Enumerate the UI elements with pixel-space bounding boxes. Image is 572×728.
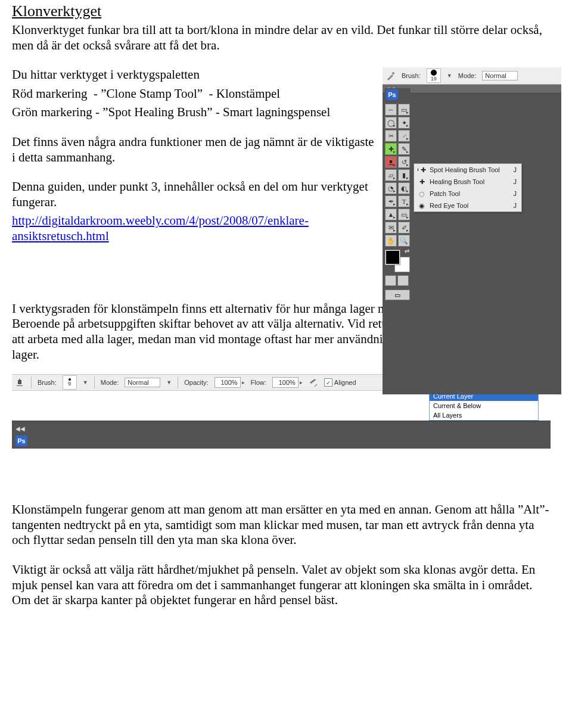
paragraph-alt-key: Klonstämpeln fungerar genom att man geno… [12, 502, 551, 548]
notes-tool-button[interactable]: ✉▸ [385, 222, 397, 234]
swap-colors-icon[interactable]: ⇄ [405, 248, 409, 254]
brush-tool-button[interactable]: ✎▸ [398, 143, 410, 155]
airbrush-icon[interactable] [309, 378, 318, 387]
type-tool-button[interactable]: T▸ [398, 195, 410, 207]
chevron-right-icon[interactable]: ▸ [300, 379, 303, 385]
body-text-3: Grön markering - ”Spot Healing Brush” - … [12, 105, 375, 120]
slice-tool-button[interactable]: ⟋▸ [398, 130, 410, 142]
brush-options-bar: Brush: 19 ▼ Mode: Normal [383, 67, 561, 85]
mode-label: Mode: [458, 72, 477, 79]
flyout-spot-healing[interactable]: ✚Spot Healing Brush Tool J [414, 164, 521, 176]
chevron-down-icon[interactable]: ▼ [166, 379, 172, 385]
healing-tools-flyout: ✚Spot Healing Brush Tool J ✚Healing Brus… [414, 163, 522, 212]
mode-select[interactable]: Normal [482, 71, 518, 80]
shortcut-key: J [514, 202, 517, 209]
guide-link[interactable]: http://digitaldarkroom.weebly.com/4/post… [12, 213, 309, 243]
crop-tool-button[interactable]: ✂ [385, 130, 397, 142]
intro-text: Klonverktyget funkar bra till att ta bor… [12, 23, 551, 53]
page-title: Klonverktyget [12, 2, 551, 20]
panel-header: ◀◀ [12, 421, 551, 435]
aligned-checkbox[interactable]: ✓Aligned [324, 378, 356, 387]
blur-tool-button[interactable]: ◔▸ [385, 182, 397, 194]
spot-healing-icon: ✚ [418, 166, 426, 174]
brush-size-chip[interactable]: 9 [63, 375, 77, 390]
healing-brush-icon: ✚ [418, 178, 426, 186]
shortcut-key: J [514, 190, 517, 197]
paragraph-hardness: Viktigt är också att välja rätt hårdhet/… [12, 562, 551, 608]
clone-stamp-tool-button[interactable]: ▸ [385, 156, 397, 168]
body-text-4: Det finns även några andra funktioner me… [12, 135, 375, 165]
move-tool-button[interactable]: ↔ [385, 104, 397, 116]
chevron-down-icon[interactable]: ▼ [447, 73, 452, 79]
history-brush-tool-button[interactable]: ↺▸ [398, 156, 410, 168]
mode-select[interactable]: Normal [125, 378, 160, 387]
path-select-tool-button[interactable]: ▲▸ [385, 209, 397, 220]
pen-tool-button[interactable]: ✒▸ [385, 195, 397, 207]
brush-label: Brush: [38, 379, 57, 386]
sample-dropdown: Current Layer Current & Below All Layers [429, 391, 539, 421]
svg-point-2 [315, 385, 316, 387]
sample-option-all[interactable]: All Layers [430, 410, 538, 420]
body-text-5: Denna guiden, under punkt 3, innehåller … [12, 179, 375, 210]
mode-label: Mode: [101, 379, 119, 386]
brush-label: Brush: [402, 72, 421, 79]
lasso-tool-button[interactable]: ◯▸ [385, 117, 397, 129]
color-swatches[interactable]: ⇄ [386, 250, 409, 272]
chevron-down-icon[interactable]: ▼ [83, 379, 88, 385]
tool-palette: Ps ↔ ▭▸ ◯▸ ✦▸ ✂ ⟋▸ ✚▸ ✎▸ ▸ ↺▸ ▱▸ ▮▸ ◔ [385, 88, 411, 300]
flyout-red-eye[interactable]: ◉Red Eye Tool J [414, 200, 521, 211]
toolbox-screenshot: Brush: 19 ▼ Mode: Normal ◀◀ Ps ↔ ▭▸ ◯▸ ✦… [383, 67, 561, 394]
healing-brush-icon [386, 71, 396, 80]
photoshop-badge-icon: Ps [386, 89, 398, 100]
svg-point-0 [392, 72, 394, 74]
shortcut-key: J [514, 166, 517, 173]
shortcut-key: J [514, 178, 517, 185]
svg-point-1 [316, 384, 317, 385]
flow-value[interactable]: 100% [272, 377, 299, 388]
wand-tool-button[interactable]: ✦▸ [398, 117, 410, 129]
screen-mode-button[interactable]: ▭ [385, 290, 410, 300]
zoom-tool-button[interactable]: 🔍 [398, 235, 410, 247]
chevron-right-icon[interactable]: ▸ [242, 379, 245, 385]
red-eye-icon: ◉ [418, 201, 426, 210]
opacity-label: Opacity: [184, 379, 208, 386]
shape-tool-button[interactable]: ▭▸ [398, 209, 410, 220]
panel-collapse-icon[interactable]: ◀◀ [12, 425, 29, 432]
eraser-tool-button[interactable]: ▱▸ [385, 169, 397, 181]
body-text-1: Du hittar verktyget i verktygspaletten [12, 67, 375, 83]
quick-mask-toggle[interactable] [385, 275, 409, 286]
flyout-healing-brush[interactable]: ✚Healing Brush Tool J [414, 176, 521, 188]
sample-option-current-below[interactable]: Current & Below [430, 401, 538, 410]
healing-brush-tool-button[interactable]: ✚▸ [385, 143, 397, 155]
marquee-tool-button[interactable]: ▭▸ [398, 104, 410, 116]
dodge-tool-button[interactable]: ◐▸ [398, 182, 410, 194]
clone-stamp-icon [14, 377, 25, 388]
opacity-value[interactable]: 100% [214, 377, 241, 388]
hand-tool-button[interactable]: ✋ [385, 235, 397, 247]
gradient-tool-button[interactable]: ▮▸ [398, 169, 410, 181]
flyout-patch-tool[interactable]: ◌Patch Tool J [414, 188, 521, 200]
eyedropper-tool-button[interactable]: ✐▸ [398, 222, 410, 234]
body-text-2: Röd markering - ”Clone Stamp Tool” - Klo… [12, 86, 375, 102]
photoshop-badge-icon: Ps [15, 435, 27, 446]
foreground-color-swatch[interactable] [386, 250, 400, 265]
patch-tool-icon: ◌ [418, 189, 426, 198]
brush-size-chip[interactable]: 19 [427, 69, 441, 83]
flow-label: Flow: [251, 379, 266, 386]
